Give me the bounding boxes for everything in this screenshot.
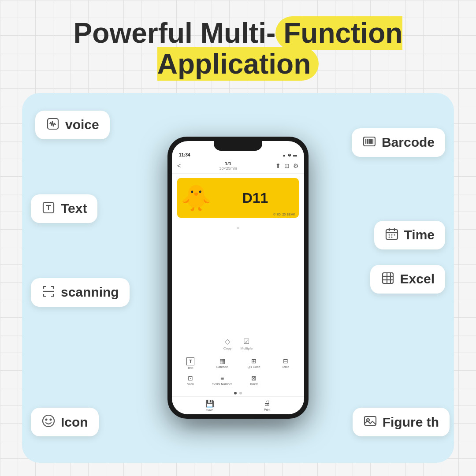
main-container: Powerful Multi-Function Application voic…	[0, 0, 476, 476]
save-icon: 💾	[205, 399, 214, 408]
tool-qrcode-icon: ⊞	[251, 357, 257, 364]
title-area: Powerful Multi-Function Application	[22, 18, 454, 80]
svg-point-35	[46, 419, 47, 420]
tool-barcode-label: Barcode	[216, 365, 228, 368]
status-time: 11:34	[179, 152, 190, 157]
battery-icon: ▬	[293, 153, 297, 157]
scroll-area: ⌄	[172, 222, 304, 335]
tool-serial-icon: ≡	[220, 375, 224, 382]
bubble-icon: Icon	[31, 408, 99, 436]
scanning-label: scanning	[61, 285, 119, 300]
label-text: D11	[212, 190, 299, 206]
bottom-nav: 💾 Save 🖨 Print	[172, 396, 304, 414]
phone-body: 11:34 ▲ ⊛ ▬ < 1/1 30×25mm	[167, 137, 309, 419]
bubble-time: Time	[374, 221, 445, 249]
bubble-barcode: Barcode	[352, 128, 445, 157]
svg-rect-29	[383, 273, 393, 283]
dot-2	[239, 392, 242, 394]
tool-grid: T Text ▦ Barcode ⊞ QR Code ⊟	[172, 353, 304, 390]
share-icon[interactable]: ⬆	[275, 162, 281, 169]
status-icons: ▲ ⊛ ▬	[282, 153, 297, 157]
tool-text[interactable]: T Text	[175, 356, 205, 371]
print-label: Print	[264, 408, 270, 411]
bubble-scanning: scanning	[31, 278, 130, 307]
tool-table-icon: ⊟	[283, 357, 288, 364]
tool-table[interactable]: ⊟ Table	[271, 356, 301, 371]
label-preview: 🐥 D11 © '05, 20 SEMK	[177, 178, 299, 218]
back-icon[interactable]: <	[177, 162, 181, 169]
tool-insert-label: Insert	[250, 383, 258, 386]
voice-label: voice	[65, 117, 99, 132]
tool-barcode[interactable]: ▦ Barcode	[207, 356, 237, 371]
excel-label: Excel	[400, 271, 435, 286]
nav-save[interactable]: 💾 Save	[205, 399, 214, 412]
edit-icon[interactable]: ⊡	[284, 162, 290, 169]
svg-point-34	[43, 415, 54, 427]
duck-image: 🐥	[181, 183, 212, 212]
bubble-text: Text	[31, 194, 97, 223]
title-part1: Powerful Multi-	[74, 17, 276, 49]
time-label: Time	[404, 227, 435, 242]
smiley-icon	[41, 414, 56, 430]
wifi-icon: ⊛	[288, 153, 291, 157]
chevron-down-icon: ⌄	[172, 222, 304, 232]
time-icon	[385, 227, 399, 243]
tool-serial-label: Serial Number	[212, 383, 232, 386]
text-label: Text	[61, 201, 87, 216]
phone-screen: 11:34 ▲ ⊛ ▬ < 1/1 30×25mm	[172, 141, 304, 414]
header-info: 1/1 30×25mm	[219, 161, 237, 171]
tool-scan-icon: ⊡	[188, 375, 193, 382]
header-actions: ⬆ ⊡ ⚙	[275, 162, 299, 169]
tool-scan[interactable]: ⊡ Scan	[175, 373, 205, 387]
status-bar: 11:34 ▲ ⊛ ▬	[172, 151, 304, 158]
tool-insert[interactable]: ⊠ Insert	[239, 373, 269, 387]
tool-qrcode[interactable]: ⊞ QR Code	[239, 356, 269, 371]
multiple-icon: ☑	[243, 337, 249, 346]
multiple-label: Multiple	[241, 346, 253, 350]
copy-label: Copy	[223, 346, 232, 350]
print-icon: 🖨	[264, 399, 271, 407]
multiple-action[interactable]: ☑ Multiple	[241, 337, 253, 350]
tool-text-icon: T	[186, 357, 194, 365]
dot-1	[234, 392, 237, 394]
page-title: Powerful Multi-Function Application	[22, 18, 454, 80]
settings-icon[interactable]: ⚙	[293, 162, 299, 169]
figure-label: Figure th	[383, 415, 439, 430]
bubble-voice: voice	[35, 111, 110, 139]
bubble-figure: Figure th	[353, 408, 450, 436]
icon-label: Icon	[61, 415, 88, 430]
copy-icon: ◇	[225, 337, 230, 346]
app-header: < 1/1 30×25mm ⬆ ⊡ ⚙	[172, 158, 304, 174]
phone-reflection	[185, 420, 291, 429]
feature-card: voice Barcode	[22, 93, 454, 463]
phone-notch	[214, 141, 262, 151]
bubble-excel: Excel	[370, 265, 445, 294]
signal-icon: ▲	[282, 153, 286, 157]
svg-point-36	[50, 419, 52, 420]
text-icon	[41, 201, 56, 217]
page-dots	[172, 390, 304, 396]
figure-icon	[363, 414, 377, 430]
barcode-icon	[362, 134, 376, 151]
copy-action[interactable]: ◇ Copy	[223, 337, 232, 350]
excel-icon	[381, 271, 395, 287]
scanning-icon	[41, 284, 56, 301]
tool-serial[interactable]: ≡ Serial Number	[207, 373, 237, 387]
phone-mockup: 11:34 ▲ ⊛ ▬ < 1/1 30×25mm	[167, 137, 309, 419]
save-label: Save	[206, 409, 213, 412]
tool-insert-icon: ⊠	[251, 375, 257, 382]
voice-icon	[46, 117, 60, 133]
tool-table-label: Table	[282, 365, 290, 368]
tool-barcode-icon: ▦	[219, 357, 225, 364]
tool-text-label: Text	[188, 366, 193, 369]
svg-line-7	[55, 124, 56, 125]
nav-print[interactable]: 🖨 Print	[264, 399, 271, 412]
label-copyright: © '05, 20 SEMK	[273, 213, 295, 216]
barcode-label: Barcode	[382, 135, 435, 150]
tool-qrcode-label: QR Code	[247, 365, 260, 368]
action-row: ◇ Copy ☑ Multiple	[172, 335, 304, 353]
tool-scan-label: Scan	[187, 383, 194, 386]
